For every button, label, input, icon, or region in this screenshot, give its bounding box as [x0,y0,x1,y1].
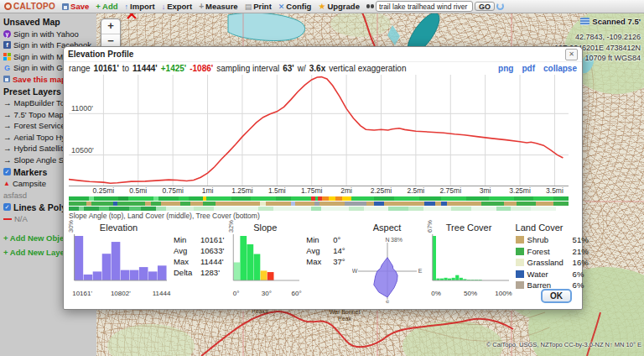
yahoo-icon: y [3,30,11,38]
stat-value: 1283' [200,267,220,278]
campsite-icon: ▲ [3,180,10,187]
svg-text:W: W [352,268,358,274]
arrow-icon: → [3,155,12,165]
svg-text:38%: 38% [391,237,402,243]
measure-cross-icon: + [199,2,204,11]
pdf-link[interactable]: pdf [522,64,535,73]
map-zoom-control: + − [101,18,121,50]
measure-button[interactable]: + Measure [199,2,237,11]
export-button[interactable]: ↓ Export [162,2,193,11]
close-icon[interactable]: ✕ [565,49,578,60]
caltopo-logo-icon [4,3,12,10]
total-gain: +1425' [161,64,186,73]
collapse-link[interactable]: collapse [543,64,577,73]
zoom-in-button[interactable]: + [101,19,120,34]
aspect-rose-chart: NESW38% [352,234,423,303]
elevation-ymax-label: 30% [67,220,75,233]
stat-row: Max11444' [174,256,224,267]
go-button[interactable]: GO [475,2,495,11]
legend-row: Forest21% [516,246,589,258]
slope-stats: Min0°Avg14°Max37° [306,234,345,298]
total-loss: -1086' [190,64,213,73]
svg-text:S: S [385,300,389,303]
x-tick-label: 0.25mi [93,186,115,195]
png-link[interactable]: png [498,64,513,73]
vertical-exaggeration: 3.6x [309,64,325,73]
barren-swatch [516,281,524,289]
marker-label: Campsite [13,179,46,188]
svg-text:E: E [418,268,422,274]
tools-icon: ✕ [278,3,285,11]
print-button[interactable]: ▤ Print [245,2,272,11]
elevation-profile-chart: 10500'11000' [69,75,569,186]
stat-label: Delta [174,267,195,278]
tree-panel-title: Tree Cover [429,222,509,233]
star-icon: ★ [318,2,325,11]
checkbox-icon[interactable]: ✓ [3,168,11,175]
elevation-stats: Min10161'Avg10633'Max11444'Delta1283' [174,234,224,298]
legend-label: Water [527,269,569,280]
range-word: range [69,64,91,73]
signin-yahoo[interactable]: ySign in with Yahoo [3,29,96,39]
tree-ymax-label: 67% [426,220,434,233]
add-button[interactable]: + Add [96,2,117,11]
svg-text:10500': 10500' [71,146,94,154]
x-tick-label: 1.75mi [301,186,323,195]
elevation-panel: Elevation 30% 10161'10802'11444 Min10161… [70,222,224,298]
arrow-icon: → [3,121,12,130]
x-tick-label: 30° [262,290,272,297]
export-links: pngpdfcollapse [498,64,577,73]
map-title: Unsaved Map [3,17,96,27]
stat-label: Max [306,256,328,267]
layer-label: 7.5' Topo Maps [14,110,68,119]
export-label: Export [167,2,192,11]
x-tick-label: 0° [233,290,240,297]
checkbox-icon[interactable]: ✓ [3,203,11,211]
config-label: Config [286,2,311,11]
stat-row: Avg10633' [174,245,224,256]
stat-row: Min0° [306,234,345,245]
forest-swatch [516,248,524,255]
x-tick-label: 2.5mi [407,186,424,195]
stat-value: 14° [333,245,345,256]
google-icon: G [3,64,11,72]
arrow-icon: → [3,144,12,153]
dialog-title: Elevation Profile [68,50,133,59]
base-layer-selector[interactable]: Scanned 7.5' [580,17,641,26]
elevation-profile-dialog: Elevation Profile ✕ range 10161' to 1144… [63,46,583,310]
elevation-histogram [70,234,167,286]
stat-value: 10161' [200,234,224,245]
base-layer-label: Scanned 7.5' [592,17,641,26]
legend-percent: 16% [573,257,589,269]
svg-text:N: N [385,237,389,243]
latlon-value: 42.7843, -109.2126 [554,32,641,43]
aspect-panel-title: Aspect [352,222,423,233]
config-button[interactable]: ✕ Config [278,2,312,11]
x-tick-label: 3mi [480,186,491,195]
x-tick-label: 2.75mi [440,186,462,195]
upgrade-button[interactable]: ★ Upgrade [318,2,360,11]
legend-label: Forest [527,246,569,258]
search-input[interactable] [376,1,473,12]
floppy-icon [3,76,10,82]
legend-percent: 6% [573,269,584,280]
tree-cover-histogram [429,234,509,286]
legend-percent: 51% [573,234,589,246]
top-toolbar: CALTOPO Save + Add ↑ Import ↓ Export + M… [0,0,644,13]
x-tick-label: 1.5mi [268,186,286,195]
dialog-header: Elevation Profile ✕ [64,47,582,62]
profile-line-chart: 10500'11000' [69,75,569,186]
import-arrow-icon: ↑ [125,3,129,11]
x-tick-label: 1.25mi [231,186,253,195]
profile-summary-row: range 10161' to 11444' +1425' -1086' sam… [64,62,582,74]
save-button[interactable]: Save [62,2,89,11]
floppy-icon [62,3,69,10]
ok-button[interactable]: OK [541,289,572,303]
caltopo-logo[interactable]: CALTOPO [4,2,55,11]
legend-row: Shrub51% [516,234,589,246]
save-this-map-label: Save this map [13,75,66,84]
stat-row: Delta1283' [174,267,224,278]
aspect-panel: Aspect NESW38% [352,222,423,306]
import-button[interactable]: ↑ Import [125,2,155,11]
tree-strip [69,207,569,211]
